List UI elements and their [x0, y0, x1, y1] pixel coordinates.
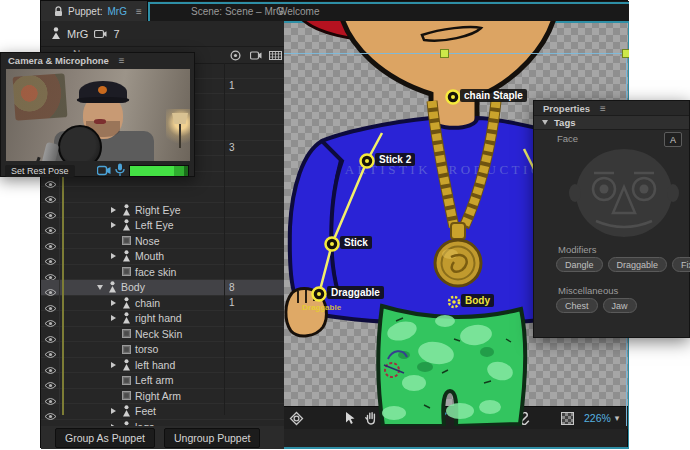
- visibility-eye-icon[interactable]: [44, 190, 58, 199]
- layer-row[interactable]: left hand: [41, 358, 284, 374]
- circle-dot-icon[interactable]: [230, 50, 241, 61]
- layer-name: Left arm: [135, 374, 174, 386]
- tags-section-header[interactable]: Tags: [534, 116, 689, 130]
- visibility-eye-icon[interactable]: [44, 407, 58, 416]
- face-tag-button[interactable]: A: [664, 132, 682, 147]
- face-preview-graphic: [556, 147, 686, 239]
- layer-row[interactable]: [41, 187, 284, 203]
- focus-border-tableft: [148, 2, 150, 21]
- image-icon: [120, 376, 132, 385]
- puppet-icon: [120, 312, 132, 324]
- body-label[interactable]: Body: [461, 294, 494, 307]
- layer-row[interactable]: chain1: [41, 296, 284, 312]
- layer-name: torso: [135, 343, 158, 355]
- camera-input-icon[interactable]: [97, 165, 111, 176]
- camera-panel-title: Camera & Microphone: [8, 55, 109, 66]
- expand-arrow[interactable]: [107, 222, 120, 228]
- expand-arrow[interactable]: [107, 408, 120, 414]
- cap-logo: [98, 86, 107, 94]
- panel-menu-icon[interactable]: ≡: [136, 6, 142, 17]
- stick2-label[interactable]: Stick 2: [375, 153, 415, 166]
- puppet-icon: [120, 359, 132, 371]
- layer-name: Nose: [135, 235, 160, 247]
- visibility-eye-icon[interactable]: [44, 376, 58, 385]
- ungroup-puppet-button[interactable]: Ungroup Puppet: [164, 428, 260, 448]
- layer-name: Feet: [135, 405, 156, 417]
- layer-row[interactable]: Neck Skin: [41, 327, 284, 343]
- layer-count: 3: [229, 142, 235, 153]
- tab-welcome[interactable]: Welcome: [278, 1, 320, 21]
- puppet-person-icon: [51, 27, 61, 40]
- puppet-title: MrG: [67, 28, 88, 40]
- visibility-eye-icon[interactable]: [44, 299, 58, 308]
- layer-row[interactable]: Left arm: [41, 373, 284, 389]
- layer-row[interactable]: Left Eye: [41, 218, 284, 234]
- draggable-label[interactable]: Draggable: [327, 286, 384, 299]
- set-rest-pose-button[interactable]: Set Rest Pose: [5, 165, 75, 177]
- collapse-arrow-icon: [542, 120, 548, 125]
- layer-row[interactable]: Nose: [41, 234, 284, 250]
- mic-pop-filter: [58, 125, 102, 161]
- visibility-eye-icon[interactable]: [44, 330, 58, 339]
- layer-row[interactable]: Feet: [41, 404, 284, 420]
- tab-puppet[interactable]: Puppet: MrG ≡: [41, 1, 148, 21]
- audio-level-meter: [129, 165, 189, 177]
- expand-arrow[interactable]: [107, 315, 120, 321]
- modifiers-header: Modifiers: [558, 244, 597, 255]
- visibility-eye-icon[interactable]: [44, 314, 58, 323]
- visibility-eye-icon[interactable]: [44, 361, 58, 370]
- layer-row[interactable]: torso: [41, 342, 284, 358]
- face-label: Face: [557, 133, 578, 144]
- layer-row[interactable]: right hand: [41, 311, 284, 327]
- visibility-eye-icon[interactable]: [44, 237, 58, 246]
- layer-row[interactable]: Right Arm: [41, 389, 284, 405]
- selection-handle-corner[interactable]: [622, 49, 629, 58]
- layer-row[interactable]: Mouth: [41, 249, 284, 265]
- selection-top-edge[interactable]: [284, 53, 628, 54]
- modifier-dangle[interactable]: Dangle: [556, 257, 603, 272]
- group-as-puppet-button[interactable]: Group As Puppet: [55, 428, 155, 448]
- layer-row[interactable]: Right Eye: [41, 203, 284, 219]
- modifier-draggable[interactable]: Draggable: [608, 257, 668, 272]
- visibility-eye-icon[interactable]: [44, 283, 58, 292]
- camera-icon[interactable]: [250, 51, 262, 60]
- visibility-eye-icon[interactable]: [44, 221, 58, 230]
- image-icon: [120, 345, 132, 354]
- visibility-eye-icon[interactable]: [44, 345, 58, 354]
- camera-microphone-panel: Camera & Microphone ≡ Set Rest Pose: [0, 52, 195, 177]
- tab-bar: Puppet: MrG ≡ Scene: Scene – MrG Welcome: [41, 1, 629, 21]
- miscellaneous-header: Miscellaneous: [558, 285, 618, 296]
- expand-arrow[interactable]: [107, 362, 120, 368]
- image-icon: [120, 329, 132, 338]
- lock-icon: [54, 6, 63, 17]
- camera-panel-menu-icon[interactable]: ≡: [119, 55, 125, 66]
- modifier-fixed[interactable]: Fixed: [672, 257, 690, 272]
- expand-arrow[interactable]: [107, 300, 120, 306]
- camera-count: 7: [113, 28, 119, 40]
- visibility-eye-icon[interactable]: [44, 268, 58, 277]
- expand-arrow[interactable]: [107, 207, 120, 213]
- selection-handle-top[interactable]: [440, 49, 449, 58]
- visibility-eye-icon[interactable]: [44, 206, 58, 215]
- focus-border-top: [148, 2, 629, 4]
- misc-jaw[interactable]: Jaw: [603, 298, 637, 313]
- tab-scene[interactable]: Scene: Scene – MrG: [191, 1, 284, 21]
- layer-row[interactable]: face skin: [41, 265, 284, 281]
- visibility-eye-icon[interactable]: [44, 252, 58, 261]
- misc-chest[interactable]: Chest: [556, 298, 598, 313]
- microphone-input-icon[interactable]: [115, 163, 125, 177]
- expand-arrow[interactable]: [93, 285, 106, 290]
- stick-label[interactable]: Stick: [340, 236, 372, 249]
- camera-count-icon: [94, 29, 107, 39]
- chain-staple-label[interactable]: chain Staple: [460, 89, 527, 102]
- expand-arrow[interactable]: [107, 253, 120, 259]
- cap-brim: [77, 97, 129, 103]
- puppet-icon: [120, 297, 132, 309]
- properties-menu-icon[interactable]: ≡: [600, 103, 606, 114]
- tags-header-label: Tags: [554, 117, 575, 128]
- visibility-eye-icon[interactable]: [44, 392, 58, 401]
- layer-row[interactable]: Body8: [41, 280, 284, 296]
- tab-puppet-name: MrG: [107, 6, 126, 17]
- layer-name: Left Eye: [135, 219, 174, 231]
- keyboard-grid-icon[interactable]: [269, 51, 282, 60]
